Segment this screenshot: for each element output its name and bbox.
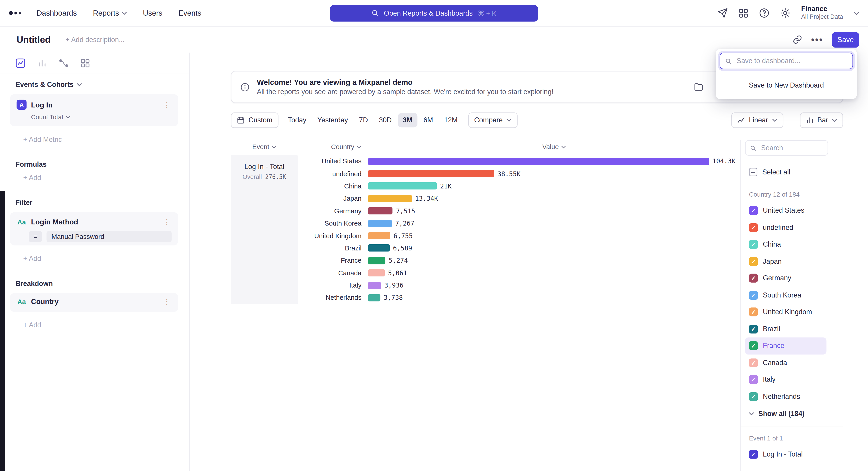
bar[interactable] (368, 182, 437, 190)
column-header-country[interactable]: Country (298, 143, 368, 151)
folder-icon[interactable] (694, 82, 704, 92)
bar[interactable] (368, 257, 385, 264)
filter-value[interactable]: Manual Password (46, 231, 172, 242)
bar[interactable] (368, 220, 392, 227)
tab-retention[interactable] (80, 58, 90, 68)
series-filter-item[interactable]: ✓Canada (745, 354, 827, 371)
series-filter-item[interactable]: ✓undefined (745, 219, 827, 236)
save-button[interactable]: Save (832, 32, 859, 48)
range-30d[interactable]: 30D (374, 113, 397, 127)
series-filter-item[interactable]: ✓France (745, 337, 827, 354)
save-dashboard-search[interactable] (720, 53, 853, 69)
bar[interactable] (368, 170, 494, 177)
mixpanel-logo[interactable] (9, 11, 21, 15)
save-dashboard-input[interactable] (736, 57, 847, 65)
apps-grid-icon[interactable] (739, 8, 748, 18)
series-filter-item[interactable]: ✓Germany (745, 270, 827, 287)
series-filter-item[interactable]: ✓Brazil (745, 321, 827, 337)
series-filter-item[interactable]: ✓Log In - Total (745, 446, 827, 463)
global-search[interactable]: Open Reports & Dashboards ⌘ + K (330, 5, 538, 21)
checkbox-checked[interactable]: ✓ (749, 274, 758, 283)
range-today[interactable]: Today (283, 113, 311, 127)
checkbox-checked[interactable]: ✓ (749, 206, 758, 215)
series-filter-item[interactable]: ✓United States (745, 202, 827, 219)
bar[interactable] (368, 269, 385, 277)
chart-row: Italy3,936 (298, 279, 740, 292)
range-6m[interactable]: 6M (418, 113, 438, 127)
add-metric-button[interactable]: + Add Metric (23, 136, 178, 143)
select-all-toggle[interactable]: Select all (745, 168, 843, 176)
link-icon[interactable] (793, 35, 802, 45)
compare-button[interactable]: Compare (468, 112, 518, 128)
series-filter-item[interactable]: ✓China (745, 236, 827, 253)
series-filter-item[interactable]: ✓Italy (745, 371, 827, 388)
bar[interactable] (368, 232, 391, 239)
series-filter-item[interactable]: ✓Japan (745, 253, 827, 270)
series-search[interactable] (745, 140, 828, 156)
more-options-button[interactable]: ••• (811, 35, 823, 45)
help-icon[interactable] (759, 8, 770, 18)
chevron-down-icon[interactable] (854, 11, 859, 15)
gear-icon[interactable] (780, 8, 791, 18)
range-3m[interactable]: 3M (398, 113, 417, 127)
value-scale-button[interactable]: Linear (731, 112, 783, 128)
checkbox-checked[interactable]: ✓ (749, 308, 758, 317)
column-header-event[interactable]: Event (231, 143, 298, 151)
bar[interactable] (368, 207, 393, 215)
bar[interactable] (368, 282, 381, 289)
project-switcher[interactable]: Finance All Project Data (801, 5, 843, 21)
checkbox-checked[interactable]: ✓ (749, 257, 758, 266)
checkbox-checked[interactable]: ✓ (749, 450, 758, 459)
filter-menu-button[interactable]: ⋮ (162, 217, 172, 226)
add-filter-button[interactable]: + Add (23, 255, 178, 263)
series-search-input[interactable] (760, 143, 823, 152)
aggregation-dropdown[interactable]: Count Total (31, 114, 172, 120)
value-scale-label: Linear (749, 116, 768, 124)
checkbox-checked[interactable]: ✓ (749, 392, 758, 401)
tab-flows[interactable] (59, 58, 69, 68)
nav-dashboards[interactable]: Dashboards (37, 9, 77, 17)
range-yesterday[interactable]: Yesterday (312, 113, 353, 127)
send-icon[interactable] (717, 8, 728, 18)
save-to-new-dashboard-item[interactable]: Save to New Dashboard (720, 75, 853, 95)
nav-reports[interactable]: Reports (93, 9, 127, 17)
series-filter-item[interactable]: ✓South Korea (745, 287, 827, 303)
checkbox-checked[interactable]: ✓ (749, 291, 758, 299)
checkbox-checked[interactable]: ✓ (749, 358, 758, 367)
series-filter-item[interactable]: ✓United Kingdom (745, 303, 827, 321)
breakdown-menu-button[interactable]: ⋮ (162, 297, 172, 306)
bar[interactable] (368, 195, 412, 202)
range-12m[interactable]: 12M (439, 113, 463, 127)
add-description[interactable]: + Add description... (66, 36, 125, 43)
bar[interactable] (368, 294, 380, 301)
checkbox-checked[interactable]: ✓ (749, 240, 758, 249)
metric-card[interactable]: A Log In ⋮ Count Total (10, 94, 178, 126)
chart-type-button[interactable]: Bar (800, 112, 843, 128)
checkbox-checked[interactable]: ✓ (749, 342, 758, 350)
checkbox-indeterminate[interactable] (749, 168, 757, 176)
checkbox-checked[interactable]: ✓ (749, 324, 758, 333)
events-section-title[interactable]: Events & Cohorts (16, 81, 178, 89)
series-filter-item[interactable]: ✓Netherlands (745, 388, 827, 405)
show-all-button[interactable]: Show all (184) (745, 406, 843, 422)
checkbox-checked[interactable]: ✓ (749, 375, 758, 384)
nav-users[interactable]: Users (143, 9, 162, 17)
add-formula-button[interactable]: + Add (23, 174, 178, 182)
search-icon (750, 144, 756, 152)
column-header-value[interactable]: Value (368, 143, 740, 151)
filter-card[interactable]: Aa Login Method ⋮ = Manual Password (10, 212, 178, 245)
filter-operator[interactable]: = (29, 231, 42, 242)
add-breakdown-button[interactable]: + Add (23, 321, 178, 329)
range-7d[interactable]: 7D (354, 113, 373, 127)
report-title[interactable]: Untitled (17, 34, 51, 45)
metric-menu-button[interactable]: ⋮ (162, 100, 172, 109)
nav-events[interactable]: Events (178, 9, 201, 17)
bar[interactable] (368, 244, 390, 252)
bar[interactable] (368, 158, 709, 165)
custom-date-button[interactable]: Custom (231, 112, 278, 128)
checkbox-checked[interactable]: ✓ (749, 223, 758, 232)
tab-insights[interactable] (16, 58, 26, 68)
event-summary-cell[interactable]: Log In - Total Overall 276.5K (231, 155, 298, 304)
tab-funnels[interactable] (37, 58, 47, 68)
breakdown-card[interactable]: Aa Country ⋮ (10, 293, 178, 312)
